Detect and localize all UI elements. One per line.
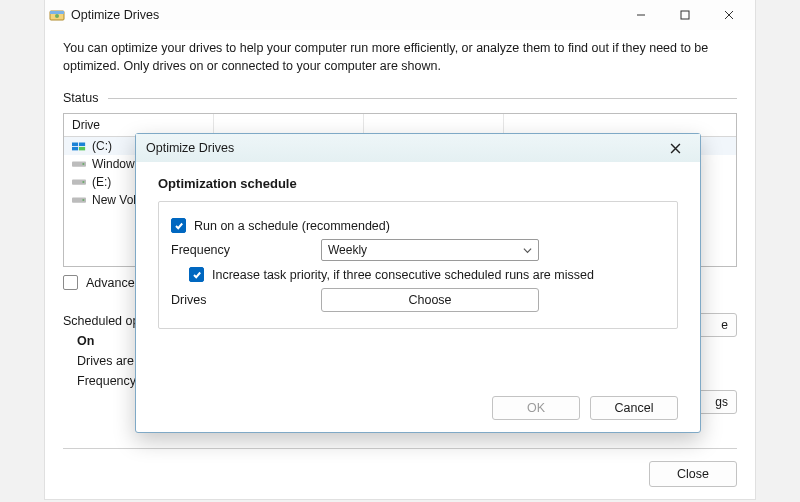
status-label: Status	[63, 91, 98, 105]
close-window-button[interactable]	[707, 1, 751, 29]
svg-rect-7	[72, 147, 78, 151]
dialog-heading: Optimization schedule	[158, 176, 678, 191]
window-title: Optimize Drives	[71, 8, 619, 22]
frequency-value: Weekly	[328, 243, 367, 257]
frequency-select[interactable]: Weekly	[321, 239, 539, 261]
svg-rect-1	[50, 11, 64, 14]
drive-label: (C:)	[92, 139, 112, 153]
frequency-label: Frequency	[171, 243, 321, 257]
svg-rect-6	[79, 143, 85, 147]
hdd-icon	[72, 194, 86, 206]
chevron-down-icon	[523, 246, 532, 255]
svg-rect-10	[83, 163, 85, 165]
svg-point-2	[55, 14, 59, 18]
ssd-icon	[72, 140, 86, 152]
maximize-button[interactable]	[663, 1, 707, 29]
cancel-button[interactable]: Cancel	[590, 396, 678, 420]
svg-rect-8	[79, 147, 85, 151]
divider	[108, 98, 737, 99]
schedule-panel: Run on a schedule (recommended) Frequenc…	[158, 201, 678, 329]
drive-label: Windows	[92, 157, 141, 171]
close-button[interactable]: Close	[649, 461, 737, 487]
run-on-schedule-label: Run on a schedule (recommended)	[194, 219, 390, 233]
divider	[63, 448, 737, 449]
svg-rect-12	[83, 181, 85, 183]
run-on-schedule-checkbox[interactable]	[171, 218, 186, 233]
title-bar: Optimize Drives	[45, 0, 755, 30]
drives-label: Drives	[171, 293, 321, 307]
choose-drives-button[interactable]: Choose	[321, 288, 539, 312]
svg-rect-4	[681, 11, 689, 19]
intro-text: You can optimize your drives to help you…	[63, 40, 737, 75]
minimize-button[interactable]	[619, 1, 663, 29]
svg-rect-5	[72, 143, 78, 147]
advanced-view-label: Advanced	[86, 276, 142, 290]
scheduled-opt-label: Scheduled op	[63, 314, 139, 328]
ok-button[interactable]: OK	[492, 396, 580, 420]
increase-priority-checkbox[interactable]	[189, 267, 204, 282]
schedule-dialog: Optimize Drives Optimization schedule Ru…	[135, 133, 701, 433]
increase-priority-label: Increase task priority, if three consecu…	[212, 268, 594, 282]
dialog-close-button[interactable]	[656, 136, 694, 160]
dialog-title-bar: Optimize Drives	[136, 134, 700, 162]
dialog-title: Optimize Drives	[146, 141, 656, 155]
app-icon	[49, 7, 65, 23]
advanced-view-checkbox[interactable]	[63, 275, 78, 290]
hdd-icon	[72, 176, 86, 188]
drive-label: (E:)	[92, 175, 111, 189]
hdd-icon	[72, 158, 86, 170]
svg-rect-14	[83, 199, 85, 201]
